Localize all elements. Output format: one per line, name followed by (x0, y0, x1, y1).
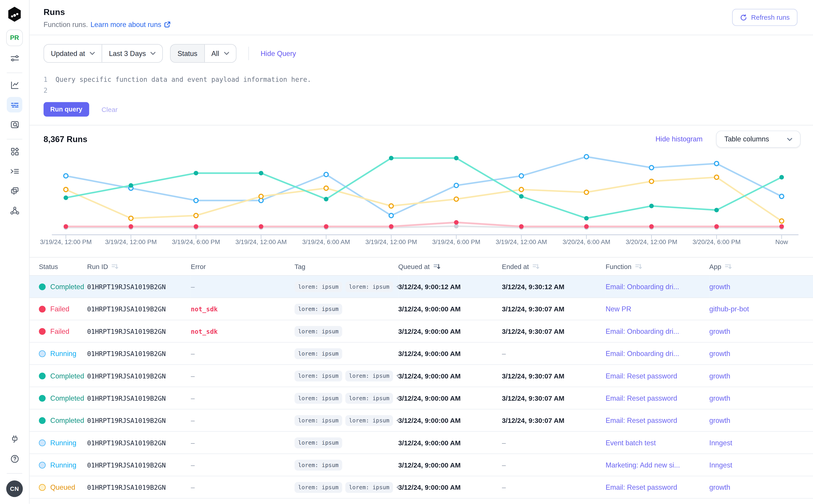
filter-sliders-icon[interactable] (7, 50, 22, 66)
function-link[interactable]: New PR (606, 305, 631, 313)
column-header-ended-at[interactable]: Ended at (502, 258, 606, 276)
column-header-run-id[interactable]: Run ID (87, 258, 191, 276)
status-label: Completed (50, 283, 84, 291)
table-row[interactable]: Running01HRPT19RJSA1019B2GN–lorem: ipsum… (29, 431, 813, 454)
results-header: 8,367 Runs Hide histogram Table columns (29, 125, 813, 148)
table-row[interactable]: Failed01HRPT19RJSA1019B2GNnot_sdklorem: … (29, 298, 813, 320)
function-link[interactable]: Email: Reset password (606, 394, 677, 402)
column-header-tag[interactable]: Tag (294, 258, 398, 276)
status-dot (39, 328, 46, 335)
status-cell: Completed (29, 387, 87, 409)
table-row[interactable]: Queued01HRPT19RJSA1019B2GN–lorem: ipsuml… (29, 476, 813, 498)
tag-chip: lorem: ipsum (345, 415, 393, 426)
table-row[interactable]: Running01HRPT19RJSA1019B2GN–lorem: ipsum… (29, 342, 813, 365)
tag-cell: lorem: ipsumlorem: ipsum+2 (294, 409, 398, 431)
chart-point (63, 224, 68, 229)
x-axis-label: 3/19/24, 12:00 AM (235, 238, 286, 245)
column-header-error[interactable]: Error (191, 258, 294, 276)
column-header-function[interactable]: Function (606, 258, 709, 276)
table-row[interactable]: Completed01HRPT19RJSA1019B2GN–lorem: ips… (29, 387, 813, 409)
app-cell: growth (709, 476, 813, 498)
workspace-badge[interactable]: PR (6, 29, 23, 46)
tags-more-count: +2 (396, 417, 398, 424)
chart-point (584, 224, 589, 229)
function-link[interactable]: Marketing: Add new si... (606, 461, 680, 469)
tag-chip: lorem: ipsum (345, 281, 393, 292)
app-link[interactable]: growth (709, 372, 731, 380)
tag-cell: lorem: ipsumlorem: ipsum+2 (294, 476, 398, 498)
run-id-cell: 01HRPT19RJSA1019B2GN (87, 365, 191, 387)
function-link[interactable]: Email: Reset password (606, 417, 677, 424)
status-label: Running (50, 461, 76, 469)
status-cell: Completed (29, 276, 87, 298)
chevron-down-icon (90, 52, 95, 55)
hide-query-link[interactable]: Hide Query (261, 49, 296, 57)
queued-at-cell: 3/12/24, 9:00:00 AM (398, 342, 502, 365)
app-link[interactable]: growth (709, 483, 731, 491)
chart-point (779, 175, 784, 179)
app-cell: growth (709, 365, 813, 387)
chart-point (779, 194, 784, 199)
table-row[interactable]: Failed01HRPT19RJSA1019B2GNnot_sdklorem: … (29, 320, 813, 342)
time-field-select[interactable]: Updated at (44, 45, 102, 62)
app-link[interactable]: growth (709, 394, 731, 402)
function-link[interactable]: Event batch test (606, 439, 656, 446)
table-columns-dropdown[interactable]: Table columns (716, 131, 801, 148)
clear-query-button[interactable]: Clear (98, 105, 121, 114)
sidebar-item-dev-server[interactable] (7, 431, 22, 447)
function-link[interactable]: Email: Onboarding dri... (606, 283, 679, 291)
sidebar-item-help[interactable] (7, 451, 22, 467)
table-row[interactable]: Running01HRPT19RJSA1019B2GN–lorem: ipsum… (29, 454, 813, 476)
sidebar: PR CN (0, 0, 29, 504)
status-label: Completed (50, 394, 84, 402)
app-link[interactable]: growth (709, 417, 731, 424)
column-header-queued-at[interactable]: Queued at (398, 258, 502, 276)
app-link[interactable]: growth (709, 350, 731, 357)
function-cell: Email: Onboarding dri... (606, 320, 709, 342)
runs-histogram: 3/19/24, 12:00 PM3/19/24, 12:00 PM3/19/2… (44, 150, 801, 248)
table-row[interactable]: Completed01HRPT19RJSA1019B2GN–lorem: ips… (29, 365, 813, 387)
sidebar-item-events[interactable] (7, 163, 22, 179)
runs-table: StatusRun IDErrorTagQueued atEnded atFun… (29, 258, 813, 504)
user-avatar[interactable]: CN (6, 480, 23, 497)
sidebar-item-metrics[interactable] (7, 77, 22, 93)
app-link[interactable]: Inngest (709, 439, 732, 446)
query-editor[interactable]: 1 Query specific function data and event… (29, 74, 813, 96)
hide-histogram-link[interactable]: Hide histogram (655, 135, 703, 143)
sidebar-item-functions[interactable] (7, 183, 22, 199)
query-placeholder-text: Query specific function data and event p… (56, 74, 311, 85)
query-actions: Run query Clear (29, 102, 813, 117)
chart-point (389, 204, 393, 208)
tags-more-count: +2 (396, 372, 398, 379)
status-filter-select[interactable]: All (204, 45, 236, 62)
x-axis-label: 3/20/24, 12:00 PM (626, 238, 677, 245)
table-row[interactable]: Cancelled01HRPT19RJSA1019B2GN–lorem: ips… (29, 498, 813, 504)
sidebar-item-webhooks[interactable] (7, 203, 22, 218)
column-header-app[interactable]: App (709, 258, 813, 276)
chart-point (649, 204, 654, 208)
ended-at-cell: – (502, 342, 606, 365)
sidebar-item-runs[interactable] (7, 97, 22, 113)
function-link[interactable]: Email: Onboarding dri... (606, 327, 679, 335)
function-link[interactable]: Email: Reset password (606, 372, 677, 380)
sidebar-item-apps[interactable] (7, 143, 22, 159)
tag-chip: lorem: ipsum (294, 370, 342, 381)
chart-point (128, 183, 133, 188)
app-link[interactable]: growth (709, 283, 731, 291)
app-link[interactable]: growth (709, 327, 731, 335)
sidebar-item-search[interactable] (7, 117, 22, 132)
time-range-select[interactable]: Last 3 Days (102, 45, 162, 62)
function-link[interactable]: Email: Reset password (606, 483, 677, 491)
run-query-button[interactable]: Run query (44, 102, 89, 117)
refresh-runs-button[interactable]: Refresh runs (732, 9, 797, 26)
x-axis-label: Now (775, 238, 788, 245)
learn-more-link[interactable]: Learn more about runs (90, 21, 171, 28)
tag-chip: lorem: ipsum (294, 437, 342, 448)
table-row[interactable]: Completed01HRPT19RJSA1019B2GN–lorem: ips… (29, 409, 813, 431)
function-link[interactable]: Email: Onboarding dri... (606, 350, 679, 357)
app-link[interactable]: Inngest (709, 461, 732, 469)
app-link[interactable]: github-pr-bot (709, 305, 749, 313)
column-header-status[interactable]: Status (29, 258, 87, 276)
status-label: Completed (50, 372, 84, 380)
table-row[interactable]: Completed01HRPT19RJSA1019B2GN–lorem: ips… (29, 276, 813, 298)
